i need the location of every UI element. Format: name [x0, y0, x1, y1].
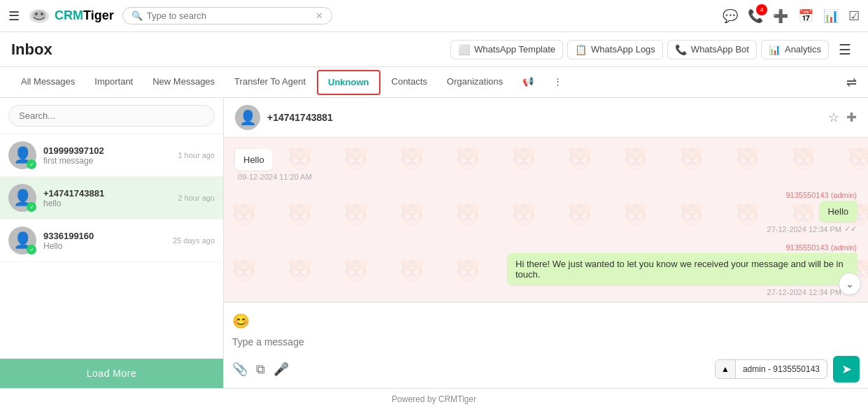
- message-sender: 9135550143 (admin): [785, 243, 857, 252]
- whatsapp-template-label: WhatsApp Template: [474, 44, 555, 55]
- contact-preview: first message: [43, 156, 171, 166]
- add-nav-icon[interactable]: ➕: [773, 8, 788, 24]
- chat-input-area: 😊 📎 ⧉ 🎤 ▲ admin - 9135550143 ➤: [224, 302, 868, 388]
- chat-nav-icon[interactable]: 💬: [723, 8, 738, 24]
- attachment-icon[interactable]: 📎: [232, 361, 248, 377]
- contact-name: 019999397102: [43, 145, 171, 156]
- chat-avatar-icon: 👤: [239, 109, 257, 126]
- whatsapp-bot-label: WhatsApp Bot: [691, 44, 749, 55]
- scroll-down-button[interactable]: ⌄: [839, 273, 861, 295]
- emoji-bar: 😊: [232, 308, 860, 332]
- message-outgoing: 9135550143 (admin) Hello 27-12-2024 12:3…: [235, 191, 857, 234]
- whatsapp-bot-button[interactable]: 📞 WhatsApp Bot: [667, 40, 757, 59]
- search-clear-icon[interactable]: ✕: [315, 10, 323, 21]
- chat-phone-number: +14741743881: [267, 112, 333, 123]
- message-text: Hello: [243, 155, 264, 165]
- logo-text: CRMTiger: [55, 8, 114, 23]
- contact-item[interactable]: 👤 ✓ 019999397102 first message 1 hour ag…: [0, 134, 223, 177]
- contact-info: +14741743881 hello: [43, 188, 171, 208]
- message-bubble-outgoing: Hello: [819, 201, 857, 222]
- copy-icon[interactable]: ⧉: [256, 362, 265, 377]
- check-nav-icon[interactable]: ☑: [848, 8, 860, 24]
- contact-item[interactable]: 👤 ✓ +14741743881 hello 2 hour ago: [0, 177, 223, 220]
- whatsapp-badge: ✓: [27, 202, 36, 212]
- message-input[interactable]: [232, 332, 860, 352]
- tab-broadcast-icon[interactable]: 📢: [513, 67, 543, 98]
- sender-selector[interactable]: ▲ admin - 9135550143: [715, 359, 827, 379]
- contact-name: 9336199160: [43, 231, 166, 241]
- tab-unknown[interactable]: Unknown: [317, 70, 380, 95]
- global-search-bar[interactable]: 🔍 ✕: [122, 7, 332, 24]
- analytics-button[interactable]: 📊 Analytics: [761, 40, 829, 59]
- global-search-input[interactable]: [147, 10, 315, 21]
- avatar: 👤 ✓: [8, 141, 36, 169]
- contact-time: 25 days ago: [173, 236, 215, 245]
- search-input[interactable]: [8, 105, 215, 127]
- avatar: 👤 ✓: [8, 227, 36, 254]
- contact-preview: Hello: [43, 241, 166, 251]
- chat-avatar: 👤: [235, 105, 260, 130]
- inbox-header: Inbox ⬜ WhatsApp Template 📋 WhatsApp Log…: [0, 32, 868, 67]
- avatar: 👤 ✓: [8, 184, 36, 212]
- send-button[interactable]: ➤: [833, 356, 860, 382]
- phone-nav-icon[interactable]: 📞 4: [748, 8, 763, 24]
- sender-arrow-icon[interactable]: ▲: [716, 360, 736, 378]
- bot-icon: 📞: [675, 44, 687, 55]
- message-outgoing: 9135550143 (admin) Hi there! We just wan…: [235, 243, 857, 296]
- main-content: 👤 ✓ 019999397102 first message 1 hour ag…: [0, 98, 868, 388]
- whatsapp-logs-label: WhatsApp Logs: [591, 44, 655, 55]
- whatsapp-template-button[interactable]: ⬜ WhatsApp Template: [450, 40, 563, 59]
- input-right-area: ▲ admin - 9135550143 ➤: [715, 356, 860, 382]
- calendar-nav-icon[interactable]: 📅: [798, 8, 813, 24]
- load-more-button[interactable]: Load More: [0, 359, 223, 388]
- message-bubble-incoming: Hello: [235, 149, 273, 171]
- contact-info: 9336199160 Hello: [43, 231, 166, 251]
- message-time-out: 27-12-2024 12:34 PM ✓✓: [767, 224, 857, 234]
- whatsapp-badge: ✓: [27, 245, 36, 254]
- search-contacts-area: [0, 98, 223, 134]
- tab-more-icon[interactable]: ⋮: [543, 67, 572, 98]
- tab-organizations[interactable]: Organizations: [437, 67, 513, 98]
- send-icon: ➤: [841, 361, 852, 377]
- hamburger-icon[interactable]: ☰: [8, 8, 20, 24]
- filter-icon[interactable]: ⇌: [846, 75, 857, 90]
- sender-label-text: admin - 9135550143: [736, 360, 827, 378]
- message-bubble-outgoing: Hi there! We just wanted to let you know…: [507, 253, 857, 285]
- mic-icon[interactable]: 🎤: [273, 361, 289, 377]
- svg-point-2: [35, 13, 38, 15]
- inbox-title: Inbox: [11, 41, 52, 59]
- read-check-icon: ✓✓: [844, 224, 857, 234]
- contact-item[interactable]: 👤 ✓ 9336199160 Hello 25 days ago: [0, 220, 223, 262]
- contact-time: 2 hour ago: [178, 194, 215, 202]
- tab-contacts[interactable]: Contacts: [382, 67, 437, 98]
- top-nav: ☰ CRMTiger 🔍 ✕ 💬 📞 4 ➕ 📅 📊 ☑: [0, 0, 868, 32]
- emoji-icon[interactable]: 😊: [232, 313, 250, 329]
- input-left-icons: 📎 ⧉ 🎤: [232, 361, 289, 377]
- notification-badge: 4: [756, 4, 767, 15]
- add-icon[interactable]: ✚: [846, 110, 857, 125]
- svg-point-3: [41, 13, 43, 15]
- chat-panel: 👤 +14741743881 ☆ ✚ Hello 09-12-2024 11:2…: [224, 98, 868, 388]
- chat-body: Hello 09-12-2024 11:20 AM 9135550143 (ad…: [224, 138, 868, 302]
- contact-time: 1 hour ago: [178, 151, 215, 159]
- svg-point-1: [32, 10, 46, 20]
- whatsapp-logs-button[interactable]: 📋 WhatsApp Logs: [567, 40, 663, 59]
- logo-icon: [28, 5, 50, 27]
- message-time: 09-12-2024 11:20 AM: [238, 173, 312, 181]
- nav-icons: 💬 📞 4 ➕ 📅 📊 ☑: [723, 8, 860, 24]
- tab-important[interactable]: Important: [85, 67, 143, 98]
- chart-nav-icon[interactable]: 📊: [823, 8, 839, 24]
- message-sender: 9135550143 (admin): [785, 191, 857, 199]
- tab-all-messages[interactable]: All Messages: [11, 67, 85, 98]
- tab-transfer-to-agent[interactable]: Transfer To Agent: [225, 67, 315, 98]
- message-text: Hi there! We just wanted to let you know…: [515, 259, 844, 280]
- inbox-menu-icon[interactable]: ☰: [833, 38, 857, 61]
- analytics-icon: 📊: [769, 44, 781, 55]
- message-incoming: Hello 09-12-2024 11:20 AM: [235, 149, 857, 181]
- tab-new-messages[interactable]: New Messages: [143, 67, 225, 98]
- tabs-bar: All Messages Important New Messages Tran…: [0, 67, 868, 98]
- logs-icon: 📋: [575, 44, 587, 55]
- contact-preview: hello: [43, 199, 171, 208]
- star-icon[interactable]: ☆: [828, 110, 839, 125]
- inbox-actions: ⬜ WhatsApp Template 📋 WhatsApp Logs 📞 Wh…: [450, 38, 857, 61]
